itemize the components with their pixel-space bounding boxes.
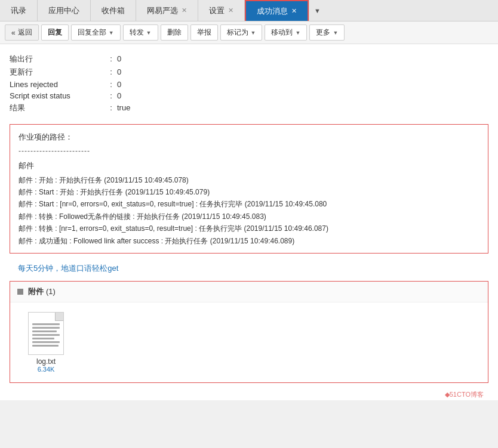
reply-all-arrow-icon[interactable]: ▼	[109, 30, 114, 36]
stat-colon-3: :	[105, 91, 117, 100]
mail-section-title: 邮件	[19, 159, 479, 172]
file-line-7	[32, 345, 59, 347]
stat-colon-1: :	[105, 67, 117, 76]
attachment-body: log.txt 6.34K	[10, 302, 488, 382]
forward-button[interactable]: 转发 ▼	[123, 24, 158, 41]
tab-success-message-close-icon[interactable]: ✕	[291, 7, 297, 15]
file-icon-lines	[29, 323, 63, 347]
content-area: 输出行 : 0 更新行 : 0 Lines rejected : 0 Scrip…	[0, 44, 498, 400]
job-path-box: 作业项的路径： ------------------------ 邮件 邮件 :…	[10, 124, 488, 254]
back-arrow-icon: «	[11, 29, 16, 37]
file-item-0[interactable]: log.txt 6.34K	[22, 312, 70, 373]
reply-all-button[interactable]: 回复全部 ▼	[71, 24, 121, 41]
file-name-0: log.txt	[36, 357, 56, 366]
log-line-5: 邮件 : 成功通知 : Followed link after success …	[19, 235, 479, 247]
file-icon-0	[28, 312, 64, 355]
file-line-2	[32, 327, 60, 329]
reply-label: 回复	[48, 27, 62, 38]
mark-as-label: 标记为	[227, 27, 248, 38]
tab-inbox-label: 收件箱	[102, 5, 125, 16]
stat-value-4: true	[117, 103, 130, 112]
stat-row-3: Script exist status : 0	[10, 90, 488, 101]
stat-colon-4: :	[105, 103, 117, 112]
tab-settings[interactable]: 设置 ✕	[198, 0, 245, 21]
tab-app-center-label: 应用中心	[48, 5, 79, 16]
forward-arrow-icon[interactable]: ▼	[146, 30, 152, 36]
move-to-arrow-icon[interactable]: ▼	[295, 30, 300, 36]
stat-value-0: 0	[117, 54, 121, 63]
file-line-4	[32, 334, 60, 336]
tab-bar: 讯录 应用中心 收件箱 网易严选 ✕ 设置 ✕ 成功消息 ✕ ▼	[0, 0, 498, 21]
reply-all-label: 回复全部	[78, 27, 106, 38]
attachment-header: 附件 (1)	[10, 282, 488, 302]
file-line-5	[32, 338, 54, 339]
tab-jxl-label: 讯录	[11, 5, 26, 16]
job-path-divider: ------------------------	[19, 145, 479, 157]
report-label: 举报	[197, 27, 211, 38]
move-to-button[interactable]: 移动到 ▼	[265, 24, 307, 41]
tab-wangyi[interactable]: 网易严选 ✕	[136, 0, 198, 21]
attachment-title: 附件	[28, 286, 44, 297]
file-line-1	[32, 323, 60, 325]
back-label: 返回	[18, 27, 32, 38]
delete-label: 删除	[167, 27, 182, 38]
more-label: 更多	[316, 27, 330, 38]
attachment-count: (1)	[46, 287, 56, 296]
stat-colon-2: :	[105, 80, 117, 89]
toolbar: « 返回 回复 回复全部 ▼ 转发 ▼ 删除 举报 标记为 ▼ 移动到 ▼ 更多…	[0, 21, 498, 44]
report-button[interactable]: 举报	[190, 24, 218, 41]
stat-label-1: 更新行	[10, 67, 105, 78]
tab-dropdown-button[interactable]: ▼	[309, 0, 325, 21]
stat-row-0: 输出行 : 0	[10, 52, 488, 66]
stat-value-2: 0	[117, 80, 121, 89]
stats-section: 输出行 : 0 更新行 : 0 Lines rejected : 0 Scrip…	[10, 50, 488, 119]
log-line-2: 邮件 : Start : [nr=0, errors=0, exit_statu…	[19, 198, 479, 210]
watermark: ◆51CTO博客	[10, 388, 488, 400]
tab-wangyi-close-icon[interactable]: ✕	[182, 7, 187, 14]
stat-value-1: 0	[117, 67, 121, 76]
tab-wangyi-label: 网易严选	[147, 5, 178, 16]
stat-value-3: 0	[117, 91, 121, 100]
tab-success-message-label: 成功消息	[257, 6, 288, 17]
more-button[interactable]: 更多 ▼	[309, 24, 345, 41]
more-arrow-icon[interactable]: ▼	[333, 30, 338, 36]
tab-app-center[interactable]: 应用中心	[38, 0, 91, 21]
tab-inbox[interactable]: 收件箱	[91, 0, 136, 21]
tab-success-message[interactable]: 成功消息 ✕	[245, 0, 309, 21]
tab-settings-close-icon[interactable]: ✕	[228, 7, 233, 14]
move-to-label: 移动到	[271, 27, 293, 38]
forward-label: 转发	[130, 27, 144, 38]
stat-label-2: Lines rejected	[10, 80, 105, 89]
log-line-1: 邮件 : Start : 开始 : 开始执行任务 (2019/11/15 10:…	[19, 186, 479, 198]
log-lines: 邮件 : 开始 : 开始执行任务 (2019/11/15 10:49:45.07…	[19, 174, 479, 247]
file-line-3	[32, 330, 57, 332]
stat-label-0: 输出行	[10, 54, 105, 64]
stat-row-4: 结果 : true	[10, 101, 488, 115]
log-line-0: 邮件 : 开始 : 开始执行任务 (2019/11/15 10:49:45.07…	[19, 174, 479, 186]
file-fold-corner	[55, 313, 63, 321]
stat-label-3: Script exist status	[10, 91, 105, 100]
back-button[interactable]: « 返回	[5, 24, 39, 41]
stat-row-2: Lines rejected : 0	[10, 79, 488, 90]
file-size-0: 6.34K	[38, 366, 55, 373]
stat-row-1: 更新行 : 0	[10, 66, 488, 79]
file-line-6	[32, 341, 60, 343]
stat-label-4: 结果	[10, 103, 105, 113]
stat-colon-0: :	[105, 54, 117, 63]
delete-button[interactable]: 删除	[161, 24, 188, 41]
promo-link[interactable]: 每天5分钟，地道口语轻松get	[10, 258, 488, 279]
tab-jxl[interactable]: 讯录	[0, 0, 38, 21]
mark-as-button[interactable]: 标记为 ▼	[220, 24, 263, 41]
job-path-title: 作业项的路径：	[19, 131, 479, 144]
attachment-section: 附件 (1) log.txt 6.34	[10, 281, 488, 383]
mark-as-arrow-icon[interactable]: ▼	[251, 30, 256, 36]
attachment-square-icon	[17, 289, 23, 295]
log-line-4: 邮件 : 转换 : [nr=1, errors=0, exit_status=0…	[19, 223, 479, 234]
reply-button[interactable]: 回复	[41, 24, 69, 41]
log-line-3: 邮件 : 转换 : Followed无条件的链接 : 开始执行任务 (2019/…	[19, 211, 479, 223]
tab-settings-label: 设置	[209, 5, 225, 16]
